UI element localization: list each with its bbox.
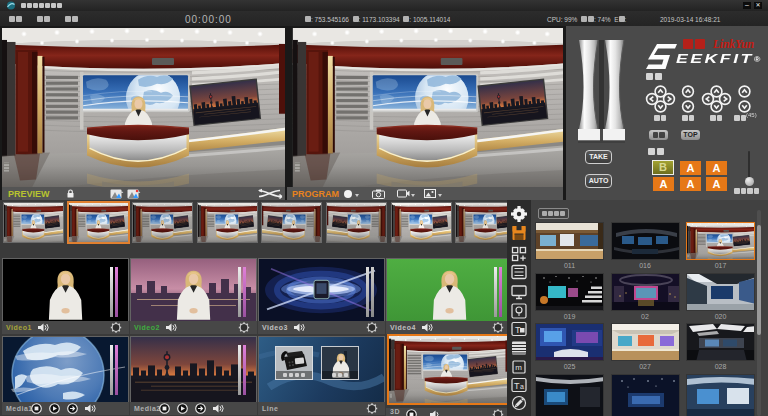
svg-text:a: a xyxy=(520,383,524,390)
svg-text:m: m xyxy=(515,363,522,372)
